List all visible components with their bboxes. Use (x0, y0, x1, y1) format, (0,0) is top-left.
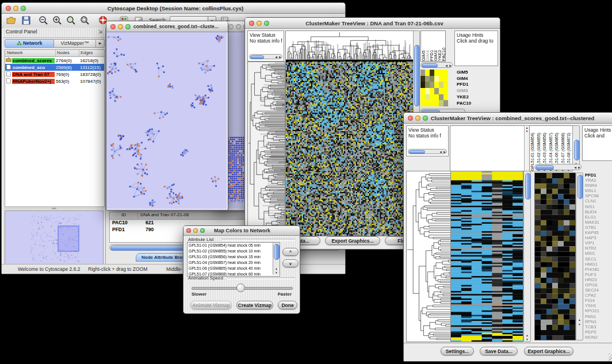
tab-overflow-icon[interactable]: ▶ (96, 39, 105, 48)
minimize-icon[interactable] (236, 24, 241, 29)
gene-label[interactable]: PFD1 (585, 173, 612, 178)
tab-network[interactable]: Network (5, 39, 54, 48)
treeview1-summary-matrix[interactable] (420, 70, 448, 106)
close-icon[interactable] (6, 6, 11, 11)
gene-label[interactable]: PAN1 (585, 314, 612, 319)
gene-label[interactable]: SEC1 (585, 256, 612, 262)
column-label[interactable]: YKE2 (437, 31, 441, 61)
treeview2-vscrollbar[interactable]: ▲▼ (523, 171, 531, 342)
gene-label[interactable]: TCB3 (585, 324, 612, 329)
gene-label[interactable]: MAK31 (585, 220, 612, 225)
gene-label[interactable]: MSI1 (585, 251, 612, 256)
zoom-in-icon[interactable] (52, 16, 62, 25)
zoom-window-icon[interactable] (125, 24, 131, 29)
gene-label[interactable]: RPO21 (585, 308, 612, 313)
gene-label[interactable]: ELG1 (585, 214, 612, 220)
treeview2-summary-hscrollbar[interactable]: ◀▶ (534, 164, 582, 170)
gene-label[interactable]: NTR2 (585, 246, 612, 251)
minimize-icon[interactable] (193, 228, 198, 233)
network-list-item[interactable]: combined_scores2764(0)16218(0) (5, 57, 104, 64)
treeview2-gene-dendrogram[interactable] (406, 171, 451, 342)
column-label[interactable]: PAC10 (441, 31, 445, 61)
move-down-button[interactable]: v (282, 259, 299, 267)
gene-label[interactable]: VIP1 (585, 240, 612, 246)
treeview1-column-dendrogram[interactable] (285, 30, 414, 60)
dialog-titlebar[interactable]: Map Colors to Network (183, 226, 300, 236)
treeview1-gene-dendrogram[interactable] (247, 62, 285, 236)
treeview1-summary-hscrollbar[interactable]: ◀▶ (420, 62, 453, 68)
main-titlebar[interactable]: Cytoscape Desktop (Session Name: collins… (2, 3, 345, 14)
column-label[interactable]: GIM5 (421, 31, 425, 61)
gene-label[interactable]: YKE2 (457, 94, 480, 101)
treeview2-column-dendrogram[interactable] (450, 125, 525, 171)
gene-label[interactable]: GTB1 (585, 225, 612, 230)
minimize-icon[interactable] (415, 116, 420, 121)
animate-vizmap-button[interactable]: Animate Vizmap (190, 301, 232, 309)
minimize-icon[interactable] (13, 6, 18, 11)
panel-splitter[interactable] (5, 207, 104, 210)
button-export-graphics-[interactable]: Export Graphics... (524, 347, 573, 355)
create-vizmap-button[interactable]: Create Vizmap (236, 301, 273, 309)
gene-label[interactable]: KAP95 (585, 230, 612, 235)
treeview2-heatmap[interactable] (450, 171, 523, 342)
gene-label[interactable]: YRA1 (585, 178, 612, 183)
attribute-list-item[interactable]: GPL51-03 (GSM856) heat shock 15 min (189, 254, 280, 260)
speed-slider-thumb[interactable] (236, 283, 245, 292)
button-settings-[interactable]: Settings... (441, 347, 474, 355)
button-save-data-[interactable]: Save Data... (480, 347, 518, 355)
gene-label[interactable]: NIS1 (585, 204, 612, 209)
gene-label[interactable]: GIM3 (457, 88, 480, 94)
gene-label[interactable]: HMG1 (585, 262, 612, 267)
attr-col-id[interactable]: ID (110, 212, 138, 219)
zoom-fit-icon[interactable] (80, 16, 90, 25)
close-icon[interactable] (186, 228, 191, 233)
col-header-nodes[interactable]: Nodes (56, 50, 79, 56)
attribute-list-vscrollbar[interactable]: ▲▼ (273, 243, 280, 275)
done-button[interactable]: Done (278, 301, 297, 309)
gene-label[interactable]: RPN1 (585, 319, 612, 324)
gene-label[interactable]: PHO81 (585, 267, 612, 272)
attribute-list-item[interactable]: GPL51-04 (GSM857) heat shock 20 min (189, 260, 280, 266)
minimize-icon[interactable] (118, 24, 123, 29)
treeview1-status-hscrollbar[interactable]: ◀▶ (249, 54, 282, 59)
save-icon[interactable] (21, 16, 31, 25)
gene-label[interactable]: SEC24 (585, 288, 612, 293)
network-overview-thumbnail[interactable] (5, 210, 104, 266)
gene-label[interactable]: HAP3 (585, 235, 612, 240)
open-file-icon[interactable] (6, 16, 16, 25)
column-label[interactable]: GIM4 (425, 31, 429, 61)
gene-label[interactable]: GIM5 (457, 70, 480, 76)
treeview2-summary-heatmap[interactable] (534, 173, 576, 340)
treeview2-status-hscrollbar[interactable]: ◀▶ (408, 149, 447, 154)
attribute-list-item[interactable]: GPL51-01 (GSM854) heat shock 05 min (189, 243, 280, 248)
minimize-icon[interactable] (257, 21, 262, 26)
column-label[interactable]: GIM3 (433, 31, 437, 61)
treeview2-titlebar[interactable]: ClusterMaker TreeView : combined_scores_… (404, 113, 612, 124)
resize-grip[interactable] (609, 353, 612, 361)
gene-label[interactable]: FIG4 (585, 298, 612, 303)
gene-label[interactable]: GIM4 (457, 76, 480, 82)
network-list-item[interactable]: combined_sco2569(6)13112(15) (5, 64, 104, 71)
column-label[interactable]: PFD1 (429, 31, 433, 61)
button-export-graphics-[interactable]: Export Graphics... (325, 236, 380, 245)
zoom-out-icon[interactable] (39, 16, 48, 25)
gene-label[interactable]: PAC10 (457, 101, 480, 107)
float-panel-icon[interactable]: ⇲ (98, 29, 102, 35)
zoom-selected-icon[interactable] (66, 16, 76, 25)
close-icon[interactable] (408, 116, 413, 121)
zoom-window-icon[interactable] (200, 228, 205, 233)
gene-label[interactable]: PFD1 (457, 82, 480, 88)
network-canvas[interactable] (106, 32, 227, 209)
col-header-edges[interactable]: Edges (79, 50, 104, 56)
zoom-window-icon[interactable] (264, 21, 269, 26)
treeview1-heatmap[interactable] (285, 59, 414, 236)
gene-label[interactable]: YSH1 (585, 303, 612, 308)
gene-label[interactable]: BUD4 (585, 209, 612, 214)
gene-label[interactable]: MON2 (585, 335, 612, 339)
gene-label[interactable]: MSL1 (585, 188, 612, 193)
move-up-button[interactable]: ^ (282, 248, 299, 256)
treeview1-titlebar[interactable]: ClusterMaker TreeView : DNA and Tran 07-… (245, 18, 500, 29)
gene-label[interactable]: CLN1 (585, 198, 612, 204)
gene-label[interactable]: GPI16 (585, 282, 612, 288)
attribute-list-item[interactable]: GPL51-02 (GSM855) heat shock 10 min (189, 248, 280, 254)
